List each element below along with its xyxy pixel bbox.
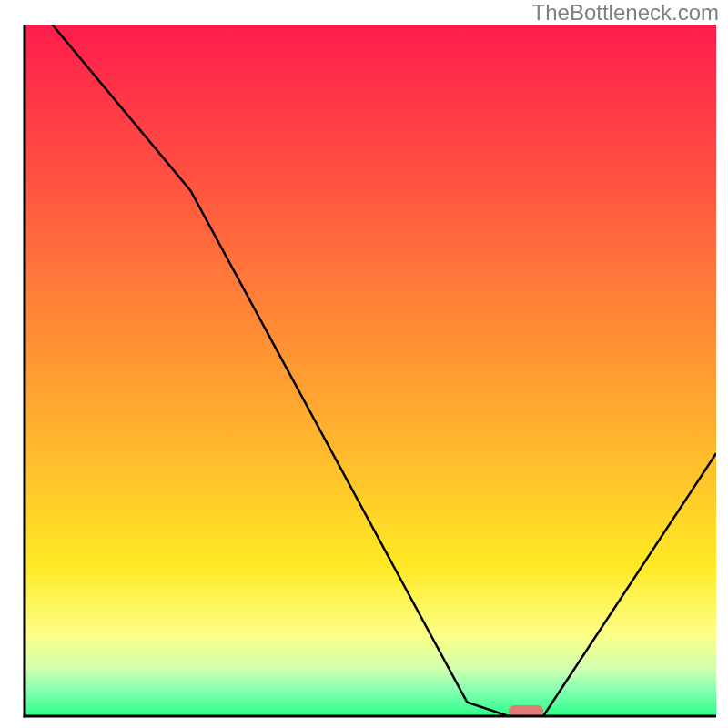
bottleneck-chart: TheBottleneck.com xyxy=(0,0,728,728)
watermark-text: TheBottleneck.com xyxy=(532,0,719,25)
optimal-range-marker xyxy=(509,705,543,716)
chart-svg xyxy=(0,0,728,728)
